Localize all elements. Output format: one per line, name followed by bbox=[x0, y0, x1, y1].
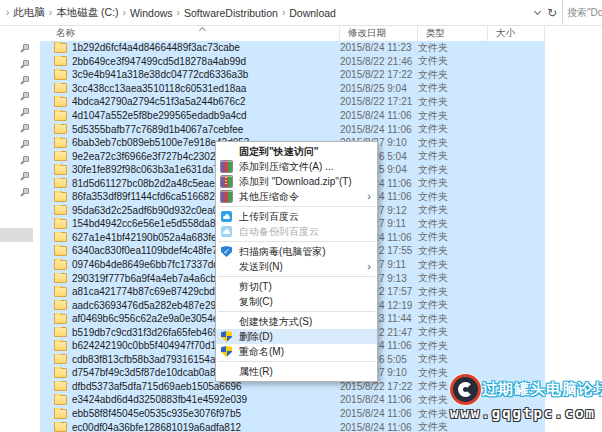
folder-icon bbox=[54, 381, 67, 391]
file-type: 文件夹 bbox=[418, 325, 488, 339]
file-name: 3c9e4b941a318e38dc04772cd6336a3b bbox=[72, 69, 248, 80]
folder-icon bbox=[54, 300, 67, 310]
menu-separator bbox=[218, 361, 375, 362]
pin-icon bbox=[20, 172, 29, 181]
menu-item[interactable]: 自动备份到百度云 › bbox=[216, 224, 377, 239]
folder-icon bbox=[54, 138, 67, 148]
address-bar: ›此电脑›本地磁盘 (C:)›Windows›SoftwareDistribut… bbox=[0, 0, 602, 26]
pin-icon bbox=[20, 76, 29, 85]
address-dropdown-icon[interactable] bbox=[534, 8, 541, 15]
file-type: 文件夹 bbox=[418, 420, 488, 432]
context-menu: 固定到"快速访问" › 添加到压缩文件(A) ... › 添加到 "Downlo… bbox=[215, 141, 378, 382]
menu-item[interactable]: 固定到"快速访问" › bbox=[216, 144, 377, 159]
menu-item[interactable]: 复制(C) › bbox=[216, 294, 377, 309]
table-row[interactable]: 3cc438cc13aea3510118c60531ed18aa 2015/8/… bbox=[38, 82, 602, 96]
folder-icon bbox=[54, 246, 67, 256]
file-name: 86fa353df89f1144cfd6ca5166820ca2 bbox=[72, 191, 236, 202]
menu-item-label: 添加到 "Download.zip"(T) bbox=[239, 175, 367, 189]
folder-icon bbox=[54, 287, 67, 297]
file-type: 文件夹 bbox=[418, 95, 488, 109]
folder-icon bbox=[54, 273, 67, 283]
breadcrumb-chevron-icon: › bbox=[2, 7, 13, 18]
file-name: 9e2ea72c3f6966e3f727b4c2302f3dcf bbox=[72, 151, 237, 162]
table-row[interactable]: 3c9e4b941a318e38dc04772cd6336a3b 2015/8/… bbox=[38, 68, 602, 82]
menu-item-label: 删除(D) bbox=[239, 330, 367, 344]
file-date: 2015/8/22 17:22 bbox=[340, 381, 418, 392]
breadcrumb-chevron-icon: › bbox=[119, 7, 130, 18]
file-type: 文件夹 bbox=[418, 54, 488, 68]
file-type: 文件夹 bbox=[418, 163, 488, 177]
pin-icon bbox=[20, 108, 29, 117]
table-row[interactable]: 1b292d6fcf4a4d84664489f3ac73cabe 2015/8/… bbox=[38, 41, 602, 55]
explorer-window: ›此电脑›本地磁盘 (C:)›Windows›SoftwareDistribut… bbox=[0, 0, 602, 432]
breadcrumb-item[interactable]: SoftwareDistribution bbox=[184, 7, 278, 19]
file-name: dfbd5373af5dfa715d69aeb1505a6696 bbox=[72, 381, 242, 392]
folder-icon bbox=[54, 354, 67, 364]
folder-icon bbox=[54, 395, 67, 405]
menu-item[interactable]: 发送到(N) › bbox=[216, 259, 377, 274]
antivirus-shield-icon bbox=[221, 246, 232, 257]
menu-item-label: 创建快捷方式(S) bbox=[239, 315, 367, 329]
baidu-cloud-icon bbox=[221, 211, 232, 222]
breadcrumb-item[interactable]: 此电脑 bbox=[13, 6, 45, 20]
breadcrumb-item[interactable]: Download bbox=[289, 7, 336, 19]
menu-item[interactable]: 扫描病毒(电脑管家) › bbox=[216, 244, 377, 259]
menu-item-label: 剪切(T) bbox=[239, 280, 367, 294]
folder-icon bbox=[54, 70, 67, 80]
folder-icon bbox=[54, 124, 67, 134]
menu-item-label: 发送到(N) bbox=[239, 260, 367, 274]
breadcrumb-item[interactable]: 本地磁盘 (C:) bbox=[56, 6, 118, 20]
file-type: 文件夹 bbox=[418, 41, 488, 55]
pin-icon bbox=[20, 124, 29, 133]
folder-icon bbox=[54, 232, 67, 242]
file-type: 文件夹 bbox=[418, 352, 488, 366]
folder-icon bbox=[54, 192, 67, 202]
column-header-type[interactable]: 类型 bbox=[418, 26, 488, 41]
refresh-icon[interactable]: ↻ bbox=[547, 7, 557, 19]
file-name: 3cc438cc13aea3510118c60531ed18aa bbox=[72, 83, 246, 94]
column-header-size[interactable]: 大小 bbox=[488, 26, 545, 41]
menu-item[interactable]: 剪切(T) › bbox=[216, 279, 377, 294]
file-type: 文件夹 bbox=[418, 258, 488, 272]
table-row[interactable]: ec00df04a36bfe128681019a6adfa812 2015/8/… bbox=[38, 420, 602, 432]
menu-item[interactable]: 删除(D) › bbox=[216, 329, 377, 344]
folder-icon bbox=[54, 56, 67, 66]
column-header-date[interactable]: 修改日期 bbox=[340, 26, 418, 41]
folder-icon bbox=[54, 327, 67, 337]
column-header-name[interactable]: 名称 bbox=[38, 26, 340, 41]
breadcrumb-chevron-icon: › bbox=[45, 7, 56, 18]
table-row[interactable]: 5d5355bafb77c7689d1b4067a7cebfee 2015/8/… bbox=[38, 122, 602, 136]
file-name: 5d5355bafb77c7689d1b4067a7cebfee bbox=[72, 124, 243, 135]
folder-icon bbox=[54, 314, 67, 324]
menu-item-label: 其他压缩命令 bbox=[239, 190, 367, 204]
menu-item[interactable]: 添加到 "Download.zip"(T) › bbox=[216, 174, 377, 189]
breadcrumb-item[interactable]: Windows bbox=[130, 7, 173, 19]
menu-separator bbox=[218, 276, 375, 277]
folder-icon bbox=[54, 151, 67, 161]
menu-item[interactable]: 属性(R) › bbox=[216, 364, 377, 379]
file-type: 文件夹 bbox=[418, 298, 488, 312]
file-type: 文件夹 bbox=[418, 230, 488, 244]
table-row[interactable]: 4d1047a552e5f8be299565edadb9a4cd 2015/8/… bbox=[38, 109, 602, 123]
table-row[interactable]: 2bb649ce3f947499cd5d18278a4ab99d 2015/8/… bbox=[38, 55, 602, 69]
menu-item[interactable]: 其他压缩命令 › bbox=[216, 189, 377, 204]
breadcrumb-chevron-icon: › bbox=[173, 7, 184, 18]
breadcrumb-chevron-icon: › bbox=[278, 7, 289, 18]
menu-item[interactable]: 上传到百度云 › bbox=[216, 209, 377, 224]
folder-icon bbox=[54, 409, 67, 419]
menu-item[interactable]: 创建快捷方式(S) › bbox=[216, 314, 377, 329]
file-name: 4d1047a552e5f8be299565edadb9a4cd bbox=[72, 110, 247, 121]
search-input[interactable]: 搜索"Do bbox=[562, 0, 602, 25]
folder-icon bbox=[54, 422, 67, 432]
menu-item[interactable]: 添加到压缩文件(A) ... › bbox=[216, 159, 377, 174]
table-row[interactable]: 4bdca42790a2794c51f3a5a244b676c2 2015/8/… bbox=[38, 95, 602, 109]
folder-icon bbox=[54, 111, 67, 121]
column-headers: 名称 修改日期 类型 大小 bbox=[38, 26, 602, 41]
menu-item-label: 复制(C) bbox=[239, 295, 367, 309]
file-date: 2015/8/22 17:21 bbox=[340, 96, 418, 107]
uac-shield-icon bbox=[221, 331, 232, 342]
nav-selected-item[interactable] bbox=[0, 228, 33, 242]
submenu-arrow-icon: › bbox=[367, 261, 371, 272]
menu-item[interactable]: 重命名(M) › bbox=[216, 344, 377, 359]
file-name: 1b292d6fcf4a4d84664489f3ac73cabe bbox=[72, 42, 240, 53]
